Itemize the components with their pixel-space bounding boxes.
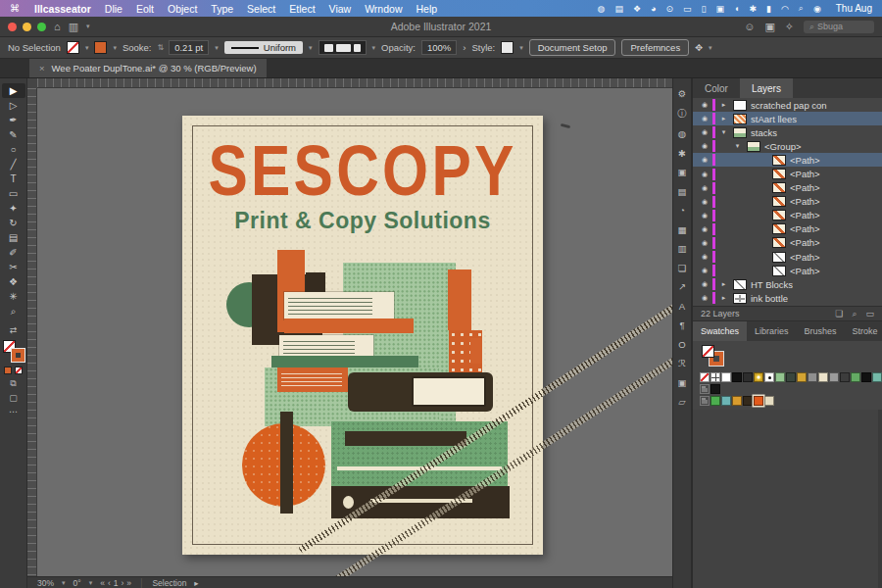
layer-thumbnail[interactable] bbox=[747, 141, 760, 152]
menubar-status-icon[interactable]: ◉ bbox=[813, 4, 821, 14]
swatch[interactable] bbox=[764, 396, 774, 406]
swatch[interactable] bbox=[829, 372, 839, 382]
visibility-eye-icon[interactable]: ◉ bbox=[697, 267, 712, 274]
swatch[interactable] bbox=[818, 372, 828, 382]
none-button[interactable] bbox=[15, 367, 23, 374]
layer-row[interactable]: ◉ ▾ stacks bbox=[693, 125, 882, 139]
swatch[interactable] bbox=[721, 372, 731, 382]
panel-icon[interactable]: ⚙ bbox=[678, 88, 687, 99]
menubar-status-icon[interactable]: ✱ bbox=[749, 4, 757, 14]
swatch[interactable] bbox=[710, 372, 720, 382]
layer-row[interactable]: ◉ ▸ stAart llees bbox=[693, 112, 882, 125]
swap-fill-stroke-icon[interactable]: ⇄ bbox=[10, 325, 18, 335]
panel-tab[interactable]: Stroke bbox=[845, 321, 882, 341]
layer-name[interactable]: stAart llees bbox=[751, 114, 797, 124]
visibility-eye-icon[interactable]: ◉ bbox=[697, 280, 712, 288]
layer-row[interactable]: ◉ ▾ <Group> bbox=[693, 139, 882, 153]
tool-button[interactable]: ↻ bbox=[2, 216, 25, 230]
menubar-status-icon[interactable]: ▣ bbox=[716, 4, 725, 14]
menu-item[interactable]: Illcasseator bbox=[34, 3, 91, 15]
visibility-eye-icon[interactable]: ◉ bbox=[697, 212, 712, 220]
panel-icon[interactable]: ▣ bbox=[678, 167, 687, 177]
rotation-dropdown[interactable]: 0° bbox=[74, 578, 81, 588]
visibility-eye-icon[interactable]: ◉ bbox=[697, 156, 712, 164]
expand-arrow-icon[interactable]: ▾ bbox=[732, 142, 743, 150]
stroke-swatch[interactable] bbox=[94, 41, 107, 54]
panel-icon[interactable]: ▣ bbox=[678, 377, 687, 388]
home-icon[interactable]: ⌂ bbox=[54, 22, 61, 32]
swatch[interactable] bbox=[732, 396, 742, 406]
panel-tab[interactable]: Libraries bbox=[747, 321, 797, 341]
layer-name[interactable]: <Path> bbox=[790, 252, 820, 263]
tool-button[interactable]: ⌕ bbox=[2, 304, 25, 318]
menubar-status-icon[interactable]: ▭ bbox=[683, 4, 692, 14]
minimize-window-button[interactable] bbox=[23, 23, 31, 31]
panel-icon[interactable]: ℛ bbox=[678, 358, 686, 368]
layer-name[interactable]: <Path> bbox=[790, 182, 820, 193]
more-arrow-icon[interactable]: › bbox=[463, 42, 466, 53]
horizontal-ruler[interactable] bbox=[37, 78, 672, 88]
chevron-down-icon[interactable]: ▾ bbox=[309, 44, 313, 52]
layer-name[interactable]: <Path> bbox=[790, 266, 820, 276]
menubar-status-icon[interactable]: ◕ bbox=[651, 4, 656, 14]
menubar-status-icon[interactable]: ▤ bbox=[614, 4, 623, 14]
brush-definition-dropdown[interactable] bbox=[318, 40, 367, 55]
panel-tab[interactable]: Brushes bbox=[797, 321, 845, 341]
layer-row[interactable]: ◉ <Path> bbox=[693, 181, 882, 195]
layer-row[interactable]: ◉ <Path> bbox=[693, 236, 882, 250]
layer-thumbnail[interactable] bbox=[733, 293, 747, 304]
menu-item[interactable]: Etlect bbox=[289, 3, 315, 15]
swatch[interactable] bbox=[786, 372, 796, 382]
menu-item[interactable]: Type bbox=[211, 3, 233, 15]
style-swatch[interactable] bbox=[501, 41, 514, 54]
layer-thumbnail[interactable] bbox=[733, 127, 747, 138]
swatch[interactable] bbox=[700, 384, 710, 394]
swatch[interactable] bbox=[764, 372, 774, 382]
visibility-eye-icon[interactable]: ◉ bbox=[697, 128, 712, 136]
swatch[interactable] bbox=[700, 396, 710, 406]
chevron-down-icon[interactable]: ▾ bbox=[113, 44, 117, 52]
visibility-eye-icon[interactable]: ◉ bbox=[697, 239, 712, 247]
fill-proxy[interactable] bbox=[702, 345, 714, 358]
chevron-down-icon[interactable]: ▾ bbox=[89, 579, 93, 587]
layer-thumbnail[interactable] bbox=[772, 266, 786, 276]
vertical-ruler[interactable] bbox=[27, 88, 37, 576]
layer-name[interactable]: <Path> bbox=[790, 223, 820, 234]
discover-icon[interactable]: ✧ bbox=[785, 22, 794, 32]
chevron-down-icon[interactable]: ▾ bbox=[709, 44, 712, 52]
expand-arrow-icon[interactable]: ▸ bbox=[718, 101, 729, 109]
layer-thumbnail[interactable] bbox=[772, 155, 786, 166]
layer-row[interactable]: ◉ <Path> bbox=[693, 209, 882, 222]
layer-row[interactable]: ◉ ▸ HT Blocks bbox=[693, 277, 882, 291]
swatch[interactable] bbox=[710, 384, 720, 394]
layer-row[interactable]: ◉ <Path> bbox=[693, 222, 882, 236]
chevron-down-icon[interactable]: ▾ bbox=[85, 44, 89, 52]
menu-item[interactable]: Dlie bbox=[105, 3, 122, 15]
workspace-icon[interactable]: ✥ bbox=[695, 42, 703, 53]
close-window-button[interactable] bbox=[8, 23, 17, 31]
tool-button[interactable]: ▤ bbox=[2, 230, 25, 245]
menubar-status-icon[interactable]: ⊙ bbox=[666, 4, 674, 14]
status-chevron-icon[interactable]: ▸ bbox=[194, 578, 198, 588]
apple-menu-icon[interactable]: ⌘ bbox=[10, 3, 20, 14]
chevron-down-icon[interactable]: ▾ bbox=[215, 44, 219, 52]
layer-row[interactable]: ◉ ▸ ink bottle bbox=[693, 291, 882, 305]
tool-button[interactable]: ▭ bbox=[2, 186, 25, 201]
preferences-button[interactable]: Prefemnces bbox=[621, 39, 689, 56]
visibility-eye-icon[interactable]: ◉ bbox=[697, 184, 712, 192]
swatch[interactable] bbox=[743, 396, 753, 406]
layer-thumbnail[interactable] bbox=[772, 169, 786, 179]
swatch[interactable] bbox=[732, 372, 742, 382]
tool-button[interactable]: ❖ bbox=[2, 274, 25, 289]
swatch[interactable] bbox=[700, 372, 710, 382]
visibility-eye-icon[interactable]: ◉ bbox=[697, 225, 712, 233]
menu-item[interactable]: Help bbox=[416, 3, 437, 15]
tool-button[interactable]: ✎ bbox=[2, 127, 25, 142]
stroke-proxy[interactable] bbox=[12, 349, 24, 362]
layer-name[interactable]: <Path> bbox=[790, 210, 820, 220]
visibility-eye-icon[interactable]: ◉ bbox=[697, 142, 712, 150]
artboard-nav-control[interactable]: » bbox=[126, 578, 131, 588]
visibility-eye-icon[interactable]: ◉ bbox=[697, 253, 712, 261]
tool-button[interactable]: ✦ bbox=[2, 201, 25, 216]
swatch[interactable] bbox=[797, 372, 807, 382]
